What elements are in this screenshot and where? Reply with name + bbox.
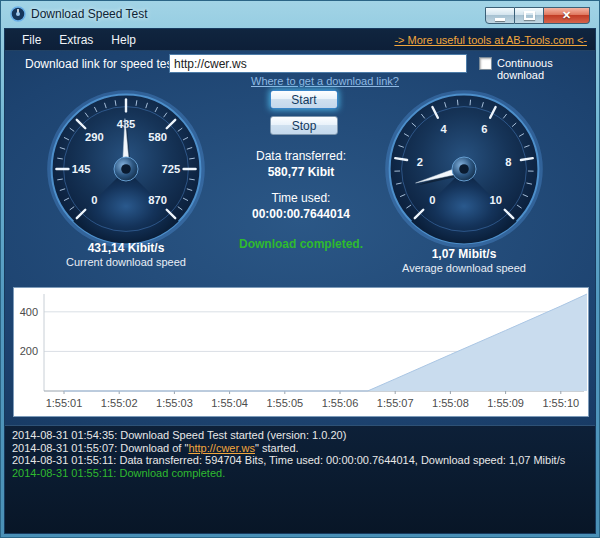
- start-button[interactable]: Start: [270, 90, 338, 109]
- menu-help[interactable]: Help: [102, 30, 145, 50]
- download-link-label: Download link for speed test:: [25, 57, 179, 71]
- svg-text:290: 290: [85, 131, 104, 143]
- log-line: 2014-08-31 01:54:35: Download Speed Test…: [12, 429, 588, 442]
- svg-text:1:55:02: 1:55:02: [101, 397, 138, 409]
- svg-text:4: 4: [441, 123, 448, 135]
- svg-text:1:55:05: 1:55:05: [266, 397, 303, 409]
- svg-text:6: 6: [481, 123, 487, 135]
- log-text: 2014-08-31 01:54:35: Download Speed Test…: [12, 429, 346, 441]
- promo-link[interactable]: -> More useful tools at AB-Tools.com <-: [394, 34, 587, 46]
- svg-text:200: 200: [20, 345, 38, 357]
- log-line: 2014-08-31 01:55:11: Data transferred: 5…: [12, 454, 588, 467]
- log-text: 2014-08-31 01:55:11: Download completed.: [12, 467, 225, 479]
- maximize-icon: [524, 11, 535, 20]
- svg-text:10: 10: [489, 194, 501, 206]
- current-speed-value: 431,14 Kibit/s: [46, 241, 206, 255]
- menu-file[interactable]: File: [13, 30, 50, 50]
- svg-text:2: 2: [417, 156, 423, 168]
- stats-panel: Data transferred: 580,77 Kibit Time used…: [201, 149, 401, 251]
- window-controls: ✕: [485, 7, 590, 24]
- log-line: 2014-08-31 01:55:07: Download of "http:/…: [12, 442, 588, 455]
- log-text: 2014-08-31 01:55:07: Download of ": [12, 442, 188, 454]
- close-button[interactable]: ✕: [544, 7, 590, 24]
- svg-text:1:55:08: 1:55:08: [432, 397, 469, 409]
- client-area: File Extras Help -> More useful tools at…: [4, 28, 596, 534]
- svg-text:1:55:06: 1:55:06: [322, 397, 359, 409]
- svg-text:1:55:01: 1:55:01: [46, 397, 83, 409]
- log-line: 2014-08-31 01:55:11: Download completed.: [12, 467, 588, 480]
- current-speed-caption: Current download speed: [46, 256, 206, 268]
- log-link[interactable]: http://cwer.ws: [188, 442, 255, 454]
- current-speed-gauge-dial: 0145290435580725870: [46, 89, 206, 249]
- minimize-icon: [495, 18, 505, 21]
- svg-text:145: 145: [72, 163, 91, 175]
- continuous-download-checkbox[interactable]: [479, 57, 492, 70]
- average-speed-gauge: 0246810 1,07 Mibit/s Average download sp…: [384, 89, 544, 271]
- time-used-value: 00:00:00.7644014: [201, 207, 401, 221]
- title-bar[interactable]: Download Speed Test ✕: [0, 0, 600, 28]
- download-status: Download completed.: [201, 237, 401, 251]
- svg-text:1:55:03: 1:55:03: [156, 397, 193, 409]
- app-window: Download Speed Test ✕ File Extras Help -…: [0, 0, 600, 538]
- menu-extras[interactable]: Extras: [50, 30, 102, 50]
- data-transferred-label: Data transferred:: [201, 149, 401, 163]
- where-to-get-link[interactable]: Where to get a download link?: [243, 75, 407, 87]
- download-link-input[interactable]: [169, 54, 467, 73]
- svg-text:8: 8: [505, 156, 511, 168]
- average-speed-gauge-dial: 0246810: [384, 89, 544, 249]
- close-icon: ✕: [562, 10, 571, 21]
- svg-text:1:55:04: 1:55:04: [211, 397, 248, 409]
- svg-text:400: 400: [20, 306, 38, 318]
- app-icon: [10, 6, 26, 22]
- menu-bar: File Extras Help -> More useful tools at…: [5, 29, 595, 51]
- minimize-button[interactable]: [485, 7, 515, 24]
- svg-text:1:55:10: 1:55:10: [542, 397, 579, 409]
- current-speed-gauge: 0145290435580725870 431,14 Kibit/s Curre…: [46, 89, 206, 271]
- svg-text:0: 0: [429, 194, 435, 206]
- svg-text:0: 0: [91, 194, 97, 206]
- speed-chart: 2004001:55:011:55:021:55:031:55:041:55:0…: [13, 287, 589, 417]
- log-text: 2014-08-31 01:55:11: Data transferred: 5…: [12, 454, 565, 466]
- stop-button[interactable]: Stop: [270, 116, 338, 135]
- log-text: " started.: [255, 442, 299, 454]
- average-speed-caption: Average download speed: [384, 262, 544, 274]
- window-title: Download Speed Test: [31, 7, 148, 21]
- continuous-download-label: Continuous download: [497, 57, 595, 81]
- svg-text:725: 725: [161, 163, 180, 175]
- log-panel: 2014-08-31 01:54:35: Download Speed Test…: [5, 425, 595, 533]
- speed-chart-plot: 2004001:55:011:55:021:55:031:55:041:55:0…: [14, 288, 588, 416]
- maximize-button[interactable]: [515, 7, 544, 24]
- average-speed-value: 1,07 Mibit/s: [384, 247, 544, 261]
- data-transferred-value: 580,77 Kibit: [201, 165, 401, 179]
- svg-text:1:55:07: 1:55:07: [377, 397, 414, 409]
- time-used-label: Time used:: [201, 191, 401, 205]
- svg-text:580: 580: [148, 131, 167, 143]
- svg-text:1:55:09: 1:55:09: [487, 397, 524, 409]
- svg-text:870: 870: [148, 194, 167, 206]
